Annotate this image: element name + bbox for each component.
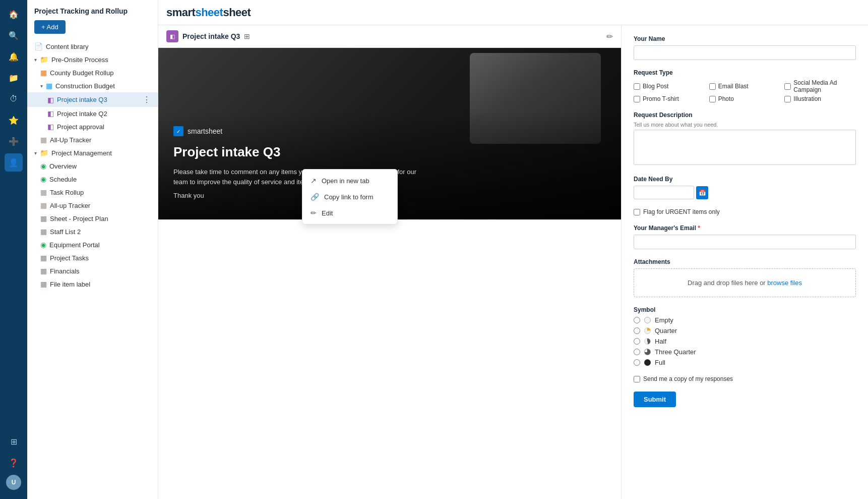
illustration-label: Illustration bbox=[793, 95, 821, 102]
checkbox-promo-tshirt[interactable]: Promo T-shirt bbox=[634, 95, 705, 102]
symbol-option-full[interactable]: Full bbox=[634, 359, 856, 366]
symbol-label-full: Full bbox=[655, 359, 665, 366]
request-type-options: Blog Post Email Blast Social Media Ad Ca… bbox=[634, 79, 856, 102]
checkbox-illustration[interactable]: Illustration bbox=[784, 95, 856, 102]
open-new-tab-label: Open in new tab bbox=[322, 177, 369, 185]
photo-label: Photo bbox=[718, 95, 734, 102]
sidebar-item-pre-onsite[interactable]: ▾ 📁 Pre-Onsite Process bbox=[27, 53, 158, 66]
sidebar-item-project-approval[interactable]: ◧ Project approval bbox=[27, 120, 158, 133]
folder-icon: 📁 bbox=[40, 56, 48, 64]
context-menu: ↗ Open in new tab 🔗 Copy link to form ✏ … bbox=[302, 169, 398, 225]
context-menu-copy-link[interactable]: 🔗 Copy link to form bbox=[302, 189, 397, 205]
sidebar-item-task-rollup[interactable]: ▦ Task Rollup bbox=[27, 186, 158, 199]
promo-tshirt-checkbox[interactable] bbox=[634, 96, 640, 102]
symbol-radio-empty[interactable] bbox=[634, 317, 640, 323]
calendar-button[interactable]: 📅 bbox=[696, 186, 708, 199]
top-bar: smartsheetsheet bbox=[158, 0, 868, 25]
search-icon[interactable]: 🔍 bbox=[5, 26, 23, 44]
sidebar-item-construction-budget[interactable]: ▾ ▦ Construction Budget bbox=[27, 79, 158, 92]
sidebar-item-financials[interactable]: ▦ Financials bbox=[27, 264, 158, 278]
illustration-checkbox[interactable] bbox=[784, 96, 791, 102]
checkbox-photo[interactable]: Photo bbox=[709, 95, 781, 102]
request-type-label: Request Type bbox=[634, 69, 856, 76]
bell-icon[interactable]: 🔔 bbox=[5, 47, 23, 66]
attachments-dropzone[interactable]: Drag and drop files here or browse files bbox=[634, 268, 856, 297]
form-icon-purple: ◧ bbox=[47, 96, 54, 104]
your-name-input[interactable] bbox=[634, 45, 856, 60]
form-image-title: Project intake Q3 bbox=[173, 144, 606, 160]
symbol-radio-half[interactable] bbox=[634, 338, 640, 345]
photo-checkbox[interactable] bbox=[709, 96, 716, 102]
file-item-icon: ▦ bbox=[40, 280, 47, 288]
symbol-option-half[interactable]: Half bbox=[634, 338, 856, 345]
sidebar-item-sheet-project-plan[interactable]: ▦ Sheet - Project Plan bbox=[27, 212, 158, 225]
folder-icon[interactable]: 📁 bbox=[5, 69, 23, 87]
sidebar-item-all-up-tracker[interactable]: ▦ All-Up Tracker bbox=[27, 133, 158, 146]
sidebar-item-project-tasks[interactable]: ▦ Project Tasks bbox=[27, 251, 158, 264]
symbol-icon-full bbox=[644, 359, 651, 366]
sidebar-item-file-item-label[interactable]: ▦ File item label bbox=[27, 278, 158, 291]
sidebar-item-schedule[interactable]: ◉ Schedule bbox=[27, 173, 158, 186]
symbol-icon-three-quarter bbox=[644, 349, 651, 355]
checkbox-blog-post[interactable]: Blog Post bbox=[634, 79, 705, 93]
copy-icon[interactable]: ⊞ bbox=[244, 32, 250, 40]
symbol-option-three-quarter[interactable]: Three Quarter bbox=[634, 348, 856, 356]
checkbox-social-media[interactable]: Social Media Ad Campaign bbox=[784, 79, 856, 93]
symbol-radio-full[interactable] bbox=[634, 359, 640, 366]
urgent-row[interactable]: Flag for URGENT items only bbox=[634, 208, 856, 215]
browse-files-link[interactable]: browse files bbox=[767, 279, 802, 287]
sidebar-item-project-intake-q2[interactable]: ◧ Project intake Q2 bbox=[27, 107, 158, 120]
send-copy-checkbox[interactable] bbox=[634, 376, 640, 382]
add-icon[interactable]: ➕ bbox=[5, 132, 23, 150]
sheet-icon-orange: ▦ bbox=[40, 69, 47, 77]
request-description-label: Request Description bbox=[634, 112, 856, 119]
symbol-icon-quarter bbox=[644, 327, 651, 334]
symbol-icon-half bbox=[644, 338, 651, 345]
manager-email-field-group: Your Manager's Email * bbox=[634, 225, 856, 249]
sheet-icon[interactable]: 👤 bbox=[5, 153, 23, 172]
content-library-icon: 📄 bbox=[34, 42, 43, 50]
symbol-field-group: Symbol Empty Quarter H bbox=[634, 306, 856, 366]
add-button[interactable]: + Add bbox=[34, 20, 66, 34]
more-options-icon[interactable]: ⋮ bbox=[143, 95, 151, 104]
home-icon[interactable]: 🏠 bbox=[5, 5, 23, 23]
main-panel: smartsheetsheet ◧ Project intake Q3 ⊞ ✏ … bbox=[158, 0, 868, 499]
sidebar-item-project-mgmt[interactable]: ▾ 📁 Project Management bbox=[27, 146, 158, 159]
help-icon[interactable]: ❓ bbox=[5, 454, 23, 472]
grid-icon[interactable]: ⊞ bbox=[5, 432, 23, 451]
sidebar-item-all-up-tracker-2[interactable]: ▦ All-up Tracker bbox=[27, 199, 158, 212]
symbol-radio-quarter[interactable] bbox=[634, 327, 640, 334]
symbol-label: Symbol bbox=[634, 306, 856, 313]
sidebar-item-staff-list[interactable]: ▦ Staff List 2 bbox=[27, 225, 158, 238]
manager-email-input[interactable] bbox=[634, 235, 856, 249]
send-copy-row[interactable]: Send me a copy of my responses bbox=[634, 375, 856, 382]
edit-icon: ✏ bbox=[311, 209, 317, 217]
avatar[interactable]: U bbox=[6, 475, 21, 490]
submit-button[interactable]: Submit bbox=[634, 392, 676, 407]
context-menu-edit[interactable]: ✏ Edit bbox=[302, 205, 397, 221]
sheet-icon-blue: ▦ bbox=[46, 82, 52, 90]
urgent-checkbox[interactable] bbox=[634, 209, 640, 215]
clock-icon[interactable]: ⏱ bbox=[5, 90, 23, 108]
symbol-label-quarter: Quarter bbox=[655, 327, 677, 335]
social-media-checkbox[interactable] bbox=[784, 83, 791, 90]
star-icon[interactable]: ⭐ bbox=[5, 111, 23, 129]
form-logo: ✓ smartsheet bbox=[173, 126, 606, 136]
social-media-label: Social Media Ad Campaign bbox=[793, 79, 856, 93]
sidebar-item-equipment-portal[interactable]: ◉ Equipment Portal bbox=[27, 238, 158, 251]
sidebar-item-county-budget[interactable]: ▦ County Budget Rollup bbox=[27, 66, 158, 79]
checkbox-email-blast[interactable]: Email Blast bbox=[709, 79, 781, 93]
context-menu-open-new-tab[interactable]: ↗ Open in new tab bbox=[302, 173, 397, 189]
date-input[interactable] bbox=[634, 186, 694, 199]
email-blast-checkbox[interactable] bbox=[709, 83, 716, 90]
sidebar-item-overview[interactable]: ◉ Overview bbox=[27, 159, 158, 173]
symbol-option-empty[interactable]: Empty bbox=[634, 316, 856, 324]
symbol-radio-three-quarter[interactable] bbox=[634, 349, 640, 355]
request-description-textarea[interactable] bbox=[634, 130, 856, 165]
sidebar-item-project-intake-q3[interactable]: ◧ Project intake Q3 ⋮ bbox=[27, 92, 158, 107]
edit-pencil-icon[interactable]: ✏ bbox=[606, 32, 613, 41]
sidebar-item-content-library[interactable]: 📄 Content library bbox=[27, 40, 158, 53]
blog-post-checkbox[interactable] bbox=[634, 83, 640, 90]
promo-tshirt-label: Promo T-shirt bbox=[643, 95, 679, 102]
symbol-option-quarter[interactable]: Quarter bbox=[634, 327, 856, 335]
